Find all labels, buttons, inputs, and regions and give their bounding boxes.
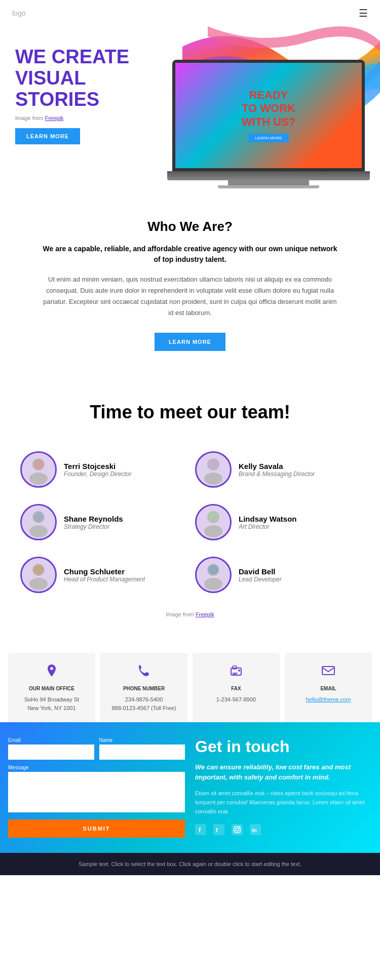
laptop-mockup: READY TO WORK WITH US? LEARN MORE [162,60,375,188]
svg-text:t: t [216,827,218,834]
avatar [20,451,57,488]
svg-point-11 [208,512,218,522]
contact-card-phone: PHONE NUMBER 234-9876-5400888-0123-4567 … [100,653,187,722]
svg-point-1 [29,473,48,485]
get-in-touch-tagline: We can ensure reliability, low cost fare… [195,762,372,782]
svg-point-10 [204,525,222,537]
hero-headline: WE CREATE VISUAL STORIES [15,47,132,110]
contact-info-side: Get in touch We can ensure reliability, … [195,737,372,838]
form-row-email-name: Email Name [8,737,185,760]
team-member: Chung Schlueter Head of Product Manageme… [15,548,190,601]
get-in-touch-heading: Get in touch [195,737,372,756]
card-title: OUR MAIN OFFICE [14,686,89,691]
card-value: 1-234-567-8900 [199,695,274,704]
card-value: 234-9876-5400888-0123-4567 (Toll Free) [106,695,181,712]
twitter-icon[interactable]: t [213,824,224,838]
member-name: Shane Reynolds [64,515,123,523]
screen-btn: LEARN MORE [248,134,289,142]
hero-text-block: WE CREATE VISUAL STORIES Image from Free… [15,47,132,144]
phone-icon [106,663,181,682]
message-label: Message [8,765,185,770]
svg-point-20 [238,670,240,672]
svg-point-16 [204,578,222,590]
fax-icon [199,663,274,682]
member-role: Strategy Director [64,523,123,530]
menu-icon[interactable]: ☰ [359,7,368,19]
svg-point-14 [33,565,44,575]
team-section: Time to meet our team! Terri Stojceski F… [0,376,380,633]
member-name: Terri Stojceski [64,462,131,471]
email-label: Email [8,737,94,743]
avatar [195,504,232,540]
contact-card-fax: FAX 1-234-567-8900 [193,653,280,722]
navbar: logo ☰ [0,0,380,26]
contact-card-office: OUR MAIN OFFICE SoHo 94 Broadway StNew Y… [8,653,95,722]
member-info: Chung Schlueter Head of Product Manageme… [64,567,145,583]
avatar [20,504,57,540]
name-field[interactable] [99,744,185,760]
hero-learn-more-button[interactable]: LEARN MORE [15,128,80,144]
svg-rect-26 [213,824,224,835]
card-title: EMAIL [291,686,366,691]
who-learn-more-button[interactable]: LEARN MORE [155,333,225,351]
screen-text: READY TO WORK WITH US? [242,89,295,129]
team-member: Shane Reynolds Strategy Director [15,496,190,548]
hero-section: WE CREATE VISUAL STORIES Image from Free… [0,26,380,188]
member-role: Brand & Messaging Director [239,471,315,478]
svg-text:f: f [199,826,201,834]
svg-text:in: in [252,827,257,833]
svg-point-8 [33,512,44,522]
submit-button[interactable]: SUBMIT [8,819,185,838]
avatar [20,557,57,593]
hero-source: Image from Freepik [15,115,132,121]
member-name: Lindsay Watson [239,515,296,523]
member-name: Chung Schlueter [64,567,145,576]
avatar [195,557,232,593]
member-name: Kelly Savala [239,462,315,471]
svg-point-17 [208,565,218,575]
member-name: David Bell [239,567,282,576]
message-field[interactable] [8,772,185,812]
avatar [195,451,232,488]
who-we-are-section: Who We Are? We are a capable, reliable, … [0,188,380,376]
hero-image: READY TO WORK WITH US? LEARN MORE [152,26,380,188]
card-title: PHONE NUMBER [106,686,181,691]
svg-point-7 [29,525,48,537]
email-field[interactable] [8,744,94,760]
linkedin-icon[interactable]: in [250,824,261,838]
member-info: Terri Stojceski Founder, Design Director [64,462,131,478]
instagram-icon[interactable] [232,824,243,838]
who-body-text: Ut enim ad minim veniam, quis nostrud ex… [41,274,339,319]
member-info: Lindsay Watson Art Director [239,515,296,530]
name-label: Name [99,737,185,743]
card-title: FAX [199,686,274,691]
member-role: Art Director [239,523,296,530]
svg-point-2 [33,459,44,469]
svg-rect-28 [232,824,243,835]
member-role: Head of Product Management [64,576,145,583]
member-role: Founder, Design Director [64,471,131,478]
social-icons: f t in [195,824,372,838]
contact-card-email: EMAIL hello@theme.com [285,653,372,722]
team-source: Image from Freepik [15,611,365,617]
team-heading: Time to meet our team! [15,402,365,423]
svg-rect-23 [322,667,334,675]
card-value: SoHo 94 Broadway StNew York, NY 1001 [14,695,89,712]
card-value: hello@theme.com [291,695,366,704]
svg-point-31 [239,827,240,828]
logo: logo [12,9,25,17]
team-member: Lindsay Watson Art Director [190,496,365,548]
svg-point-13 [29,578,48,590]
team-member: Kelly Savala Brand & Messaging Director [190,443,365,496]
svg-point-4 [204,473,222,485]
email-icon [291,663,366,682]
team-grid: Terri Stojceski Founder, Design Director… [15,443,365,601]
svg-point-5 [208,459,218,469]
member-info: Kelly Savala Brand & Messaging Director [239,462,315,478]
team-member: Terri Stojceski Founder, Design Director [15,443,190,496]
member-role: Lead Developer [239,576,282,583]
facebook-icon[interactable]: f [195,824,206,838]
who-heading: Who We Are? [41,219,339,234]
who-bold-text: We are a capable, reliable, and affordab… [41,244,339,265]
footer-note: Sample text. Click to select the text bo… [0,853,380,875]
